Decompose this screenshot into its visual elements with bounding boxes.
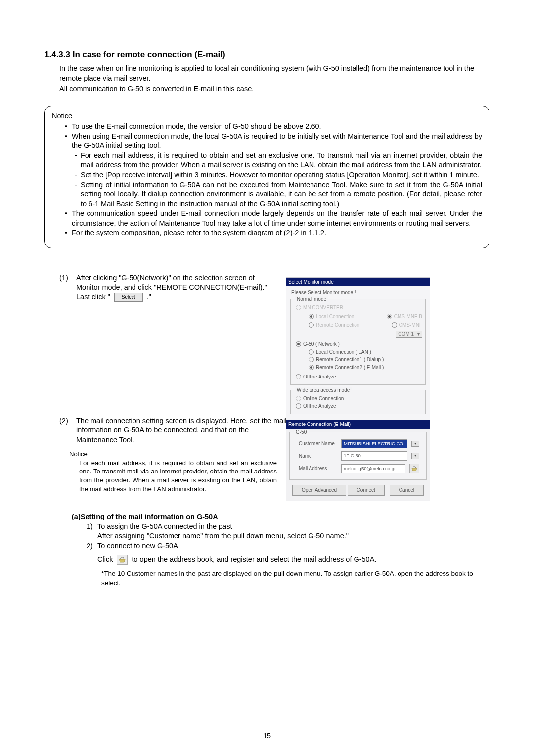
ss1-line2: After assigning "Customer name" from the…	[97, 531, 490, 541]
intro-line-1: In the case when on line monitoring is a…	[59, 64, 490, 83]
cancel-button[interactable]: Cancel	[390, 485, 424, 496]
notice-title: Notice	[52, 111, 482, 121]
ss2-line1: To connect to new G-50A	[97, 541, 178, 551]
wide-area-label: Wide area access mode	[295, 387, 352, 394]
step1-number: (1)	[59, 273, 76, 302]
subsetting-title: (a)Setting of the mail information on G-…	[72, 512, 490, 522]
radio-g50-remote2[interactable]: Remote Connection2 ( E-Mail )	[309, 364, 422, 371]
section-heading: 1.4.3.3 In case for remote connection (E…	[44, 49, 490, 61]
radio-g50-network[interactable]: G-50 ( Network )	[296, 341, 422, 348]
radio-offline-analyze-2[interactable]: Offline Analyze	[296, 403, 422, 410]
bullet-1: To use the E-mail connection mode, the v…	[72, 122, 482, 132]
mail-address-label: Mail Address	[299, 465, 337, 472]
name-field[interactable]: 1F G-50	[341, 451, 407, 461]
com-port-select[interactable]: COM 1▾	[396, 331, 422, 338]
bullet-4: For the system composition, please refer…	[72, 228, 482, 238]
inline-select-button[interactable]: Select	[114, 293, 143, 302]
radio-cms-mnf-b[interactable]: CMS-MNF-B	[387, 313, 422, 320]
footnote: *The 10 Customer names in the past are d…	[101, 569, 490, 587]
customer-name-field[interactable]: MITSUBISHI ELECTRIC CO.	[341, 439, 407, 449]
radio-cms-mnf[interactable]: CMS-MNF	[392, 322, 422, 329]
step2-text: The mail connection setting screen is di…	[76, 416, 287, 445]
radio-g50-remote1[interactable]: Remote Connection1 ( Dialup )	[309, 356, 422, 363]
bullet-3: The communication speed under E-mail con…	[72, 209, 482, 228]
radio-online-connection[interactable]: Online Connection	[296, 395, 422, 402]
radio-mn-local[interactable]: Local Connection	[309, 313, 354, 320]
open-advanced-button[interactable]: Open Advanced	[292, 485, 346, 496]
click-instruction: Click to open the address book, and regi…	[97, 555, 490, 565]
subpoint-3: Setting of initial information to G-50A …	[81, 180, 482, 209]
customer-name-dropdown[interactable]: ▾	[411, 441, 419, 447]
rc-group-label: G-50	[294, 429, 309, 436]
step1-text: After clicking "G-50(Network)" on the se…	[76, 273, 277, 302]
subpoint-1: For each mail address, it is required to…	[81, 151, 482, 170]
step2-notice-title: Notice	[69, 450, 277, 459]
step2-number: (2)	[59, 416, 76, 445]
connect-button[interactable]: Connect	[348, 485, 385, 496]
page-number: 15	[0, 731, 534, 741]
bullet-2: When using E-mail connection mode, the l…	[72, 132, 482, 151]
mail-address-field[interactable]: melco_g50@melco.co.jp	[341, 464, 405, 473]
intro-line-2: All communication to G-50 is converted i…	[59, 84, 490, 94]
notice-box: Notice •To use the E-mail connection mod…	[44, 106, 490, 248]
name-dropdown[interactable]: ▾	[411, 453, 419, 459]
customer-name-label: Customer Name	[299, 440, 337, 447]
radio-g50-local[interactable]: Local Connection ( LAN )	[309, 349, 422, 356]
ss1-line1: To assign the G-50A connected in the pas…	[97, 522, 232, 532]
step2-notice-text: For each mail address, it is required to…	[69, 459, 277, 493]
name-label: Name	[299, 453, 337, 460]
radio-offline-analyze-1[interactable]: Offline Analyze	[296, 374, 422, 380]
address-book-icon[interactable]	[117, 555, 128, 565]
radio-mn-remote[interactable]: Remote Connection	[309, 322, 359, 329]
remote-connection-dialog: Remote Connection (E-Mail) G-50 Customer…	[286, 420, 430, 501]
radio-mn-converter[interactable]: MN CONVERTER	[296, 304, 422, 311]
monitor-mode-dialog: Select Monitor mode Please Select Monito…	[286, 277, 430, 438]
dialog-title: Select Monitor mode	[286, 278, 430, 286]
dialog-lead: Please Select Monitor mode !	[286, 286, 430, 296]
normal-mode-label: Normal mode	[295, 296, 328, 303]
subpoint-2: Set the [Pop receive interval] within 3 …	[81, 170, 482, 180]
address-book-icon-small[interactable]	[409, 464, 419, 473]
rc-title: Remote Connection (E-Mail)	[286, 420, 430, 429]
